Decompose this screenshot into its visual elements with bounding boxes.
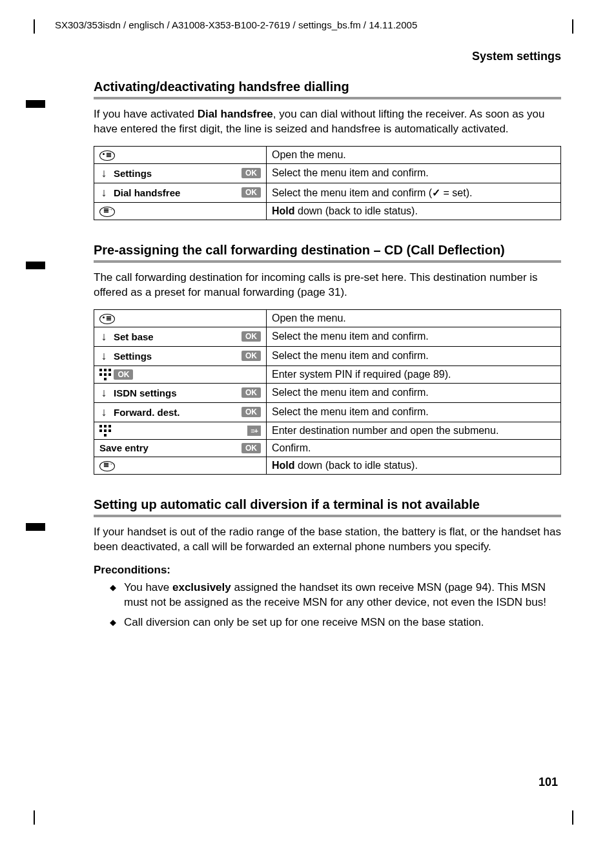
table-row: Open the menu. <box>94 309 561 327</box>
arrow-down-icon: ↓ <box>99 186 108 200</box>
ok-chip: OK <box>241 443 261 453</box>
divider <box>94 97 561 99</box>
s2-intro: The call forwarding destination for inco… <box>94 271 561 300</box>
list-item: Call diversion can only be set up for on… <box>110 615 561 630</box>
check-icon: ✓ <box>432 187 440 199</box>
arrow-down-icon: ↓ <box>99 406 108 419</box>
table-row: ↓ Settings OK Select the menu item and c… <box>94 163 561 183</box>
table-row: Save entry OK Confirm. <box>94 439 561 457</box>
table-row: ↓ ISDN settings OK Select the menu item … <box>94 383 561 402</box>
arrow-down-icon: ↓ <box>99 386 108 400</box>
submenu-chip: ≡+ <box>247 426 261 436</box>
s1-steps-table: Open the menu. ↓ Settings OK Select the … <box>94 146 561 220</box>
keypad-icon <box>99 369 111 380</box>
table-row: Hold down (back to idle status). <box>94 457 561 474</box>
menu-key-icon <box>99 150 115 161</box>
menu-item-label: ISDN settings <box>114 387 177 398</box>
ok-chip: OK <box>241 407 261 417</box>
table-row: ↓ Set base OK Select the menu item and c… <box>94 327 561 346</box>
table-row: ≡+ Enter destination number and open the… <box>94 422 561 439</box>
s2-steps-table: Open the menu. ↓ Set base OK Select the … <box>94 309 561 475</box>
ok-chip: OK <box>241 351 261 361</box>
arrow-down-icon: ↓ <box>99 167 108 180</box>
divider <box>94 515 561 517</box>
s2-heading: Pre-assigning the call forwarding destin… <box>94 243 561 258</box>
menu-item-label: Settings <box>114 168 152 179</box>
table-row: ↓ Forward. dest. OK Select the menu item… <box>94 402 561 422</box>
table-row: Hold down (back to idle status). <box>94 202 561 220</box>
keypad-icon <box>99 425 111 437</box>
menu-item-label: Set base <box>114 331 154 342</box>
ok-chip: OK <box>241 187 261 198</box>
s1-intro: If you have activated Dial handsfree, yo… <box>94 107 561 137</box>
ok-chip: OK <box>114 369 133 380</box>
menu-item-label: Save entry <box>99 442 149 453</box>
menu-item-label: Forward. dest. <box>114 407 180 418</box>
list-item: You have exclusively assigned the handse… <box>110 581 561 610</box>
header-path: SX303/353isdn / englisch / A31008-X353-B… <box>36 19 561 30</box>
preconditions-list: You have exclusively assigned the handse… <box>94 581 561 630</box>
table-row: ↓ Settings OK Select the menu item and c… <box>94 346 561 365</box>
s3-intro: If your handset is out of the radio rang… <box>94 525 561 555</box>
table-row: OK Enter system PIN if required (page 89… <box>94 365 561 383</box>
end-key-icon <box>99 461 115 471</box>
ok-chip: OK <box>241 331 261 342</box>
ok-chip: OK <box>241 387 261 398</box>
ok-chip: OK <box>241 168 261 178</box>
arrow-down-icon: ↓ <box>99 349 108 363</box>
preconditions-label: Preconditions: <box>94 564 561 577</box>
menu-item-label: Settings <box>114 351 152 362</box>
menu-key-icon <box>99 314 115 324</box>
end-key-icon <box>99 207 115 217</box>
divider <box>94 260 561 263</box>
page-number: 101 <box>539 776 558 789</box>
arrow-down-icon: ↓ <box>99 330 108 344</box>
table-row: ↓ Dial handsfree OK Select the menu item… <box>94 183 561 202</box>
section-label: System settings <box>36 50 561 63</box>
s1-heading: Activating/deactivating handsfree dialli… <box>94 79 561 94</box>
s3-heading: Setting up automatic call diversion if a… <box>94 497 561 512</box>
table-row: Open the menu. <box>94 146 561 163</box>
menu-item-label: Dial handsfree <box>114 187 180 198</box>
